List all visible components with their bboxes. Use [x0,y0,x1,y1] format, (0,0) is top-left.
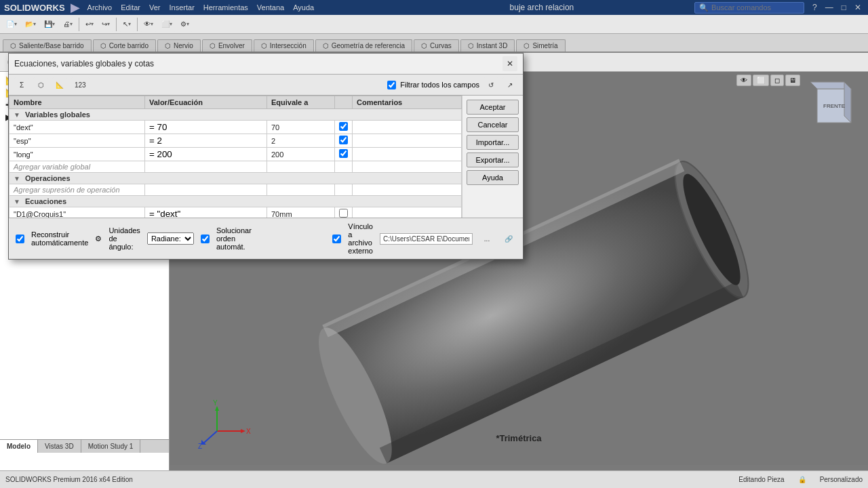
tab-geometria[interactable]: ⬡ Geometría de referencia [315,39,412,52]
tab-nervio[interactable]: ⬡ Nervio [157,39,201,52]
cell-equation[interactable] [145,207,267,218]
cell-check[interactable] [335,207,353,218]
menu-item[interactable]: Ventana [254,3,288,12]
vp-view-btn[interactable]: 👁 [736,75,751,86]
equation-input[interactable] [149,209,262,218]
cell-add-variable[interactable]: Agregar variable global [9,161,145,173]
solve-auto-checkbox[interactable] [201,235,210,243]
dialog-tb-btn2[interactable]: ⬡ [33,77,48,92]
units-label: Unidades de ángulo: [108,226,140,251]
table-row[interactable]: "long" 200 [9,148,462,161]
cell-equals: 200 [267,148,335,161]
cell-comment[interactable] [353,121,462,134]
menu-item[interactable]: Herramientas [200,3,252,12]
dialog-tb-btn1[interactable]: Σ [14,77,29,92]
maximize-button[interactable]: □ [839,3,849,12]
export-btn[interactable]: ↗ [502,77,517,92]
section-ecuaciones[interactable]: ▼ Ecuaciones [9,196,462,207]
tab-curvas[interactable]: ⬡ Curvas [414,39,459,52]
cell-add-op[interactable]: Agregar supresión de operación [9,184,145,196]
refresh-btn[interactable]: ↺ [484,77,498,92]
equation-input[interactable] [149,122,262,132]
cell-check[interactable] [335,134,353,148]
tab-saliente[interactable]: ⬡ Saliente/Base barrido [3,39,92,52]
search-input[interactable] [711,3,800,12]
settings-button[interactable]: ⚙▾ [177,17,193,32]
accept-button[interactable]: Aceptar [467,100,519,115]
cell-empty [145,161,267,173]
link-path-input[interactable] [380,233,473,245]
browse-button[interactable]: ... [479,231,494,246]
row-checkbox[interactable] [339,136,348,144]
section-variables[interactable]: ▼ Variables globales [9,109,462,121]
table-row-add-op[interactable]: Agregar supresión de operación [9,184,462,196]
tab-interseccion[interactable]: ⬡ Intersección [254,39,314,52]
print-button[interactable]: 🖨▾ [60,17,76,32]
angular-icon: ⚙ [95,235,102,243]
cancel-button[interactable]: Cancelar [467,117,519,132]
equation-input[interactable] [149,136,262,146]
navigation-cube[interactable]: FRENTE [807,79,861,133]
import-button[interactable]: Importar... [467,135,519,150]
export-button[interactable]: Exportar... [467,152,519,167]
close-button[interactable]: ✕ [852,3,864,12]
tab-simetria[interactable]: ⬡ Simetría [516,39,565,52]
cell-check[interactable] [335,121,353,134]
row-checkbox[interactable] [339,149,348,158]
cell-comment[interactable] [353,148,462,161]
search-area[interactable]: 🔍 [694,2,804,14]
row-checkbox[interactable] [339,209,348,218]
tab-instant3d[interactable]: ⬡ Instant 3D [460,39,515,52]
vp-scene-btn[interactable]: 🖥 [785,75,800,86]
status-custom: Personalizado [820,476,863,483]
menu-item[interactable]: Archivo [84,3,116,12]
tab-vistas3d[interactable]: Vistas 3D [38,440,81,453]
dialog-tb-btn3[interactable]: 📐 [52,77,67,92]
menu-item[interactable]: Editar [117,3,144,12]
cell-check[interactable] [335,148,353,161]
cell-equation[interactable] [145,148,267,161]
table-row[interactable]: "D1@Croquis1" 70mm [9,207,462,218]
menu-item[interactable]: Insertar [166,3,198,12]
link-icon-btn[interactable]: 🔗 [501,231,516,246]
open-button[interactable]: 📂▾ [22,17,39,32]
vp-display-btn[interactable]: ⬜ [753,75,769,86]
table-scroll[interactable]: Nombre Valor/Ecuación Equivale a Comenta… [9,96,462,218]
units-select[interactable]: Radiane: [147,232,194,245]
tab-modelo[interactable]: Modelo [0,440,38,453]
cell-comment[interactable] [353,134,462,148]
view-button[interactable]: 👁▾ [140,17,157,32]
new-button[interactable]: 📄▾ [3,17,20,32]
link-checkbox[interactable] [332,235,341,243]
table-row[interactable]: "esp" 2 [9,134,462,148]
tab-envolver[interactable]: ⬡ Envolver [202,39,252,52]
minimize-button[interactable]: — [823,3,836,12]
dialog-close-button[interactable]: ✕ [502,56,517,71]
equation-input[interactable] [149,149,262,159]
tab-corte[interactable]: ⬡ Corte barrido [93,39,156,52]
display-button[interactable]: ⬜▾ [158,17,176,32]
tab-motion[interactable]: Motion Study 1 [81,440,141,453]
undo-button[interactable]: ↩▾ [82,17,97,32]
vp-hide-btn[interactable]: ◻ [770,75,784,86]
filter-checkbox[interactable] [387,81,396,89]
dialog-toolbar: Σ ⬡ 📐 123 Filtrar todos los campos ↺ ↗ [9,75,523,96]
section-label: Operaciones [25,174,71,182]
menu-item[interactable]: Ver [146,3,164,12]
save-button[interactable]: 💾▾ [41,17,58,32]
rebuild-auto-checkbox[interactable] [16,235,24,243]
table-row-add-variable[interactable]: Agregar variable global [9,161,462,173]
cell-comment[interactable] [353,207,462,218]
row-checkbox[interactable] [339,122,348,131]
section-operaciones[interactable]: ▼ Operaciones [9,173,462,184]
select-button[interactable]: ↖▾ [119,17,134,32]
redo-button[interactable]: ↪▾ [98,17,113,32]
help-icon[interactable]: ? [810,3,820,12]
menu-item[interactable]: Ayuda [290,3,317,12]
table-row[interactable]: "dext" 70 [9,121,462,134]
cell-equation[interactable] [145,121,267,134]
window-controls[interactable]: ? — □ ✕ [810,3,864,12]
cell-equation[interactable] [145,134,267,148]
help-button[interactable]: Ayuda [467,170,519,185]
dialog-tb-btn4[interactable]: 123 [71,77,90,92]
